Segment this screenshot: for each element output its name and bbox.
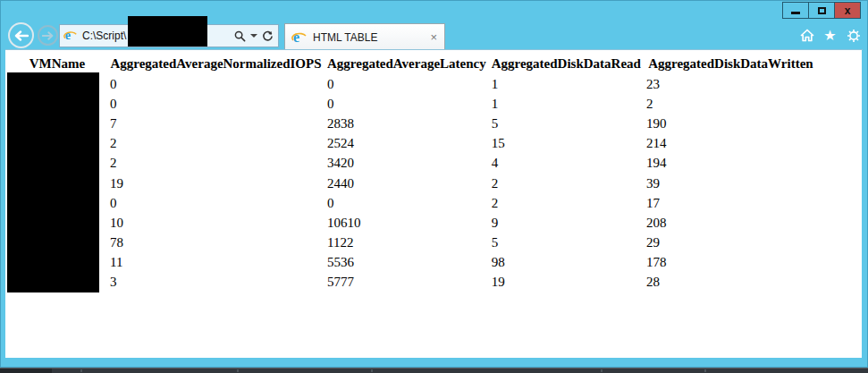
column-header: AggregatedAverageNormalizedIOPS [107, 53, 324, 74]
address-redaction-box [128, 16, 207, 47]
table-cell: 0 [107, 193, 324, 213]
table-cell: 28 [644, 273, 818, 292]
table-cell: 2 [489, 174, 644, 193]
close-button[interactable]: x [834, 2, 861, 19]
table-cell: 194 [644, 154, 818, 174]
back-button[interactable] [8, 22, 34, 48]
table-cell: 11 [107, 253, 324, 273]
home-button[interactable] [799, 28, 814, 43]
ie-logo-icon: e [63, 29, 78, 43]
column-header: AggregatedDiskDataRead [489, 53, 644, 74]
maximize-icon [818, 7, 826, 14]
data-table: VMNameAggregatedAverageNormalizedIOPSAgg… [7, 53, 818, 292]
table-cell: 190 [644, 114, 818, 133]
table-cell: 5 [489, 233, 644, 253]
settings-button[interactable] [846, 28, 861, 43]
table-row: 00123 [7, 74, 818, 94]
taskbar-tick [80, 369, 82, 372]
gear-icon [847, 29, 861, 43]
table-cell: 2524 [324, 134, 489, 154]
table-cell: 1 [489, 94, 644, 114]
address-input[interactable]: C:\Script\ [82, 30, 126, 42]
table-row: 781122529 [7, 233, 818, 253]
table-cell: 2 [107, 154, 324, 174]
taskbar-tick [237, 369, 239, 372]
forward-button[interactable] [38, 25, 58, 46]
table-cell: 9 [489, 213, 644, 233]
table-cell: 2440 [324, 174, 489, 193]
table-cell: 0 [107, 94, 324, 114]
minimize-button[interactable] [782, 2, 809, 19]
tab-title: HTML TABLE [313, 31, 430, 44]
table-cell: 0 [324, 94, 489, 114]
table-cell: 98 [489, 253, 644, 273]
taskbar-tick [601, 369, 603, 372]
table-cell: 1 [489, 74, 644, 94]
taskbar-strip [0, 368, 868, 373]
table-row: 192440239 [7, 174, 818, 193]
table-cell: 2838 [324, 114, 489, 133]
table-cell: 1122 [324, 233, 489, 253]
screenshot-stage: x e C:\Script\ [0, 0, 868, 373]
table-cell: 15 [489, 134, 644, 154]
table-row: 234204194 [7, 154, 818, 174]
table-cell: 3 [107, 273, 324, 292]
svg-text:e: e [65, 29, 71, 42]
star-icon: ★ [823, 29, 836, 43]
table-cell: 17 [644, 193, 818, 213]
table-cell: 5 [489, 114, 644, 133]
chevron-down-icon[interactable] [250, 34, 257, 38]
table-row: 0012 [7, 94, 818, 114]
table-cell: 29 [644, 233, 818, 253]
close-icon: x [845, 5, 851, 16]
table-cell: 178 [644, 253, 818, 273]
taskbar-tick [704, 369, 706, 372]
page-content: VMNameAggregatedAverageNormalizedIOPSAgg… [5, 50, 862, 358]
column-header: AggregatedDiskDataWritten [644, 53, 818, 74]
table-body: 0012300127283851902252415214234204194192… [7, 74, 818, 292]
table-row: 728385190 [7, 114, 818, 133]
header-row: VMNameAggregatedAverageNormalizedIOPSAgg… [7, 53, 818, 74]
table-cell: 78 [107, 233, 324, 253]
favorites-button[interactable]: ★ [822, 28, 838, 43]
table-cell: 10 [107, 213, 324, 233]
svg-text:e: e [293, 30, 299, 45]
table-cell: 5536 [324, 253, 489, 273]
table-header: VMNameAggregatedAverageNormalizedIOPSAgg… [7, 53, 818, 74]
ie-logo-icon: e [291, 30, 308, 46]
home-icon [800, 29, 814, 42]
vmname-redaction-box [7, 72, 99, 292]
table-cell: 4 [489, 154, 644, 174]
table-row: 00217 [7, 193, 818, 213]
table-cell: 5777 [324, 273, 489, 292]
table-row: 11553698178 [7, 253, 818, 273]
maximize-button[interactable] [808, 2, 835, 19]
table-cell: 214 [644, 134, 818, 154]
taskbar-left-segment [0, 369, 52, 373]
ie-window: x e C:\Script\ [0, 0, 868, 368]
magnifier-icon[interactable] [234, 30, 246, 42]
address-tools [234, 25, 275, 47]
table-cell: 3420 [324, 154, 489, 174]
forward-arrow-icon [42, 31, 54, 40]
table-cell: 2 [107, 134, 324, 154]
table-cell: 2 [489, 193, 644, 213]
minimize-icon [791, 12, 800, 14]
back-arrow-icon [14, 30, 29, 41]
table-row: 10106109208 [7, 213, 818, 233]
table-cell: 0 [324, 193, 489, 213]
taskbar-tick [371, 369, 373, 372]
chrome-icons: ★ [799, 28, 861, 43]
refresh-icon[interactable] [262, 30, 274, 42]
table-cell: 39 [644, 174, 818, 193]
table-row: 357771928 [7, 273, 818, 292]
tab-html-table[interactable]: e HTML TABLE × [284, 23, 445, 50]
tab-close-icon[interactable]: × [430, 31, 437, 43]
table-cell: 23 [644, 74, 818, 94]
table-cell: 7 [107, 114, 324, 133]
column-header: AggregatedAverageLatency [324, 53, 489, 74]
table-cell: 10610 [324, 213, 489, 233]
table-cell: 19 [107, 174, 324, 193]
caption-buttons: x [783, 2, 861, 19]
table-cell: 0 [324, 74, 489, 94]
